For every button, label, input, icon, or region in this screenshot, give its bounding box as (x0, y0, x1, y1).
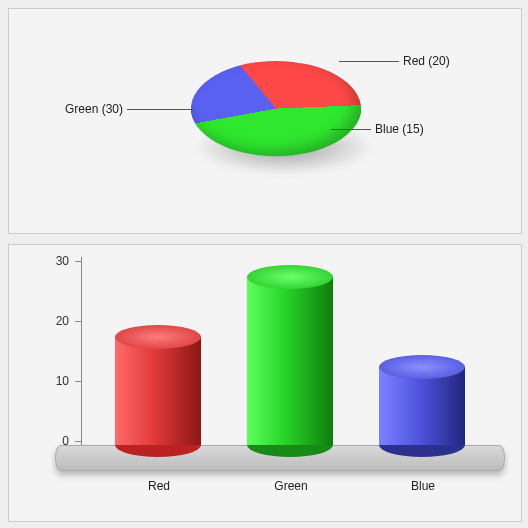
pie-chart-panel: Red (20) Blue (15) Green (30) (8, 8, 522, 234)
ytick-10: 10 (9, 374, 69, 388)
xlabel-red: Red (99, 479, 219, 493)
pie-label-green: Green (30) (65, 102, 123, 116)
pie-top (191, 61, 361, 156)
bar-red (115, 325, 201, 457)
ytick-30: 30 (9, 254, 69, 268)
bar-green (247, 265, 333, 457)
ytick-20: 20 (9, 314, 69, 328)
pie-label-red: Red (20) (403, 54, 450, 68)
pie-label-blue: Blue (15) (375, 122, 424, 136)
pie-leader-blue (331, 129, 371, 130)
xlabel-blue: Blue (363, 479, 483, 493)
xlabel-green: Green (231, 479, 351, 493)
pie-leader-green (127, 109, 193, 110)
pie-leader-red (339, 61, 399, 62)
bar-blue (379, 355, 465, 457)
pie-rim (191, 61, 361, 156)
bar-chart-panel: 0 10 20 30 Red Green Blue (8, 244, 522, 522)
y-axis (81, 257, 82, 445)
